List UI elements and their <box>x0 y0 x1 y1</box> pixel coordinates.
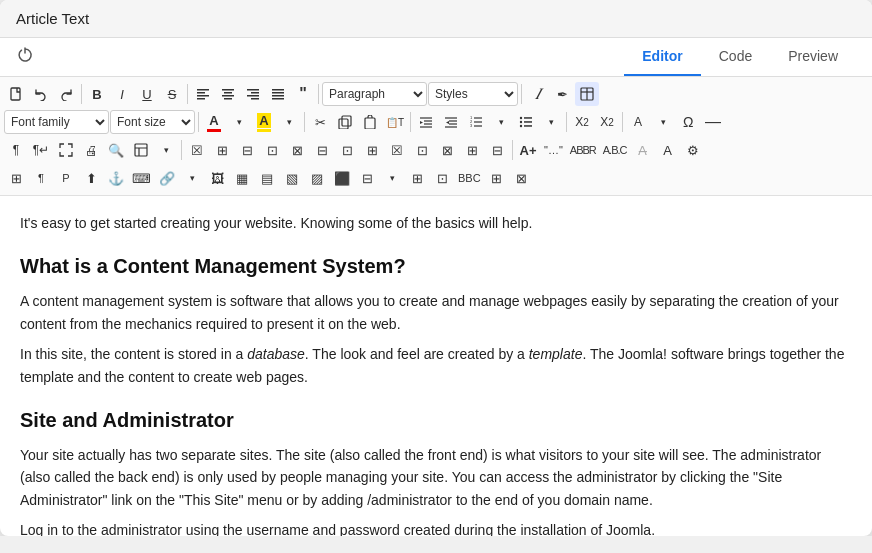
icon-btn-15[interactable]: "…" <box>541 138 566 162</box>
link-arrow[interactable]: ▾ <box>180 166 204 190</box>
hr-button[interactable]: — <box>701 110 725 134</box>
upload-button[interactable]: ⬆ <box>79 166 103 190</box>
table-button[interactable] <box>575 82 599 106</box>
icon-btn-18[interactable]: A̶ <box>631 138 655 162</box>
ordered-list-button[interactable]: 123 <box>464 110 488 134</box>
columns-arrow[interactable]: ▾ <box>380 166 404 190</box>
para-btn2[interactable]: P <box>54 166 78 190</box>
svg-point-41 <box>520 125 522 127</box>
align-right-button[interactable] <box>241 82 265 106</box>
tab-code[interactable]: Code <box>701 38 770 76</box>
styles-select[interactable]: Styles <box>428 82 518 106</box>
icon-btn-9[interactable]: ☒ <box>385 138 409 162</box>
align-center-button[interactable] <box>216 82 240 106</box>
columns-btn[interactable]: ⊟ <box>355 166 379 190</box>
special-chars-button[interactable]: Ω <box>676 110 700 134</box>
code-btn[interactable]: ⌨ <box>129 166 154 190</box>
svg-rect-38 <box>524 117 532 119</box>
html-btn[interactable]: ¶ <box>29 166 53 190</box>
underline-button[interactable]: U <box>135 82 159 106</box>
special-char-button[interactable]: ✒ <box>550 82 574 106</box>
unordered-list-arrow[interactable]: ▾ <box>539 110 563 134</box>
icon-25[interactable]: BBC <box>455 166 484 190</box>
paragraph-btn[interactable]: ¶↵ <box>29 138 53 162</box>
table-arrow[interactable]: ▾ <box>154 138 178 162</box>
fullscreen-button[interactable] <box>54 138 78 162</box>
icon-btn-13[interactable]: ⊟ <box>485 138 509 162</box>
template-button[interactable]: ⊞ <box>4 166 28 190</box>
icon-btn-5[interactable]: ⊠ <box>285 138 309 162</box>
anchor-button[interactable]: ⚓ <box>104 166 128 190</box>
font-color-arrow[interactable]: ▾ <box>227 110 251 134</box>
icon-27[interactable]: ⊠ <box>510 166 534 190</box>
icon-20[interactable]: ▧ <box>280 166 304 190</box>
icon-btn-6[interactable]: ⊟ <box>310 138 334 162</box>
highlight-button[interactable]: A <box>252 110 276 134</box>
icon-23[interactable]: ⊞ <box>405 166 429 190</box>
italic-button[interactable]: I <box>110 82 134 106</box>
redo-button[interactable] <box>54 82 78 106</box>
font-size-arrow[interactable]: ▾ <box>651 110 675 134</box>
icon-22[interactable]: ⬛ <box>330 166 354 190</box>
icon-btn-17[interactable]: A.B.C <box>600 138 630 162</box>
svg-text:3: 3 <box>470 123 473 128</box>
icon-24[interactable]: ⊡ <box>430 166 454 190</box>
new-doc-button[interactable] <box>4 82 28 106</box>
justify-button[interactable] <box>266 82 290 106</box>
icon-btn-4[interactable]: ⊡ <box>260 138 284 162</box>
icon-btn-3[interactable]: ⊟ <box>235 138 259 162</box>
link-button[interactable]: 🔗 <box>155 166 179 190</box>
insert-table-button[interactable] <box>129 138 153 162</box>
media-btn2[interactable]: ▤ <box>255 166 279 190</box>
superscript-button[interactable]: X2 <box>595 110 619 134</box>
image-button[interactable]: 🖼 <box>205 166 229 190</box>
editor-content[interactable]: It's easy to get started creating your w… <box>0 196 872 536</box>
svg-rect-12 <box>251 98 259 100</box>
icon-btn-10[interactable]: ⊡ <box>410 138 434 162</box>
icon-btn-16[interactable]: ABBR <box>567 138 599 162</box>
cut-button[interactable]: ✂ <box>308 110 332 134</box>
icon-btn-12[interactable]: ⊞ <box>460 138 484 162</box>
subscript-button[interactable]: X2 <box>570 110 594 134</box>
power-icon[interactable] <box>16 38 34 76</box>
svg-rect-0 <box>11 88 20 100</box>
paste-button[interactable] <box>358 110 382 134</box>
icon-btn-19[interactable]: A <box>656 138 680 162</box>
copy-button[interactable] <box>333 110 357 134</box>
icon-btn-11[interactable]: ⊠ <box>435 138 459 162</box>
indent-button[interactable] <box>414 110 438 134</box>
blockquote-button[interactable]: " <box>291 82 315 106</box>
media-button[interactable]: ▦ <box>230 166 254 190</box>
highlight-arrow[interactable]: ▾ <box>277 110 301 134</box>
print-button[interactable]: 🖨 <box>79 138 103 162</box>
show-hide-button[interactable]: ¶ <box>4 138 28 162</box>
svg-rect-2 <box>197 92 205 94</box>
strikethrough-button[interactable]: S <box>160 82 184 106</box>
unordered-list-button[interactable] <box>514 110 538 134</box>
icon-btn-7[interactable]: ⊡ <box>335 138 359 162</box>
heading-2: Site and Administrator <box>20 404 852 436</box>
font-color-button[interactable]: A <box>202 110 226 134</box>
settings-button[interactable]: ⚙ <box>681 138 705 162</box>
icon-btn-14[interactable]: A+ <box>516 138 540 162</box>
spellcheck-button[interactable]: 🔍 <box>104 138 128 162</box>
ordered-list-arrow[interactable]: ▾ <box>489 110 513 134</box>
font-size-select[interactable]: Font size <box>110 110 195 134</box>
outdent-button[interactable] <box>439 110 463 134</box>
font-size-btn[interactable]: A <box>626 110 650 134</box>
paragraph-select[interactable]: Paragraph <box>322 82 427 106</box>
undo-button[interactable] <box>29 82 53 106</box>
font-family-select[interactable]: Font family <box>4 110 109 134</box>
icon-btn-8[interactable]: ⊞ <box>360 138 384 162</box>
icon-21[interactable]: ▨ <box>305 166 329 190</box>
icon-26[interactable]: ⊞ <box>485 166 509 190</box>
italic-icon-button[interactable]: 𝐼 <box>525 82 549 106</box>
tab-preview[interactable]: Preview <box>770 38 856 76</box>
svg-rect-15 <box>272 95 284 97</box>
bold-button[interactable]: B <box>85 82 109 106</box>
align-left-button[interactable] <box>191 82 215 106</box>
icon-btn-2[interactable]: ⊞ <box>210 138 234 162</box>
icon-btn-1[interactable]: ☒ <box>185 138 209 162</box>
tab-editor[interactable]: Editor <box>624 38 700 76</box>
paste-as-text-button[interactable]: 📋T <box>383 110 407 134</box>
